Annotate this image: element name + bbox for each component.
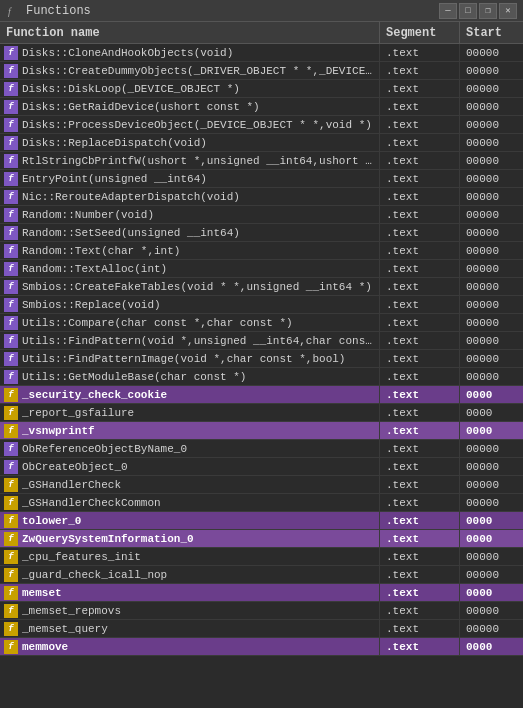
- cell-start: 00000: [460, 62, 523, 79]
- table-row[interactable]: f Disks::DiskLoop(_DEVICE_OBJECT *) .tex…: [0, 80, 523, 98]
- function-type-icon: f: [4, 262, 18, 276]
- cell-segment: .text: [380, 44, 460, 61]
- cell-function-name: f Disks::GetRaidDevice(ushort const *): [0, 98, 380, 115]
- function-name-text: ObCreateObject_0: [22, 461, 128, 473]
- table-row[interactable]: f _memset_query .text 00000: [0, 620, 523, 638]
- table-row[interactable]: f Utils::GetModuleBase(char const *) .te…: [0, 368, 523, 386]
- restore-button[interactable]: ❐: [479, 3, 497, 19]
- table-row[interactable]: f Random::SetSeed(unsigned __int64) .tex…: [0, 224, 523, 242]
- table-row[interactable]: f Smbios::Replace(void) .text 00000: [0, 296, 523, 314]
- table-row[interactable]: f memmove .text 0000: [0, 638, 523, 656]
- cell-segment: .text: [380, 602, 460, 619]
- table-row[interactable]: f Smbios::CreateFakeTables(void * *,unsi…: [0, 278, 523, 296]
- table-row[interactable]: f Disks::ReplaceDispatch(void) .text 000…: [0, 134, 523, 152]
- column-header-start[interactable]: Start: [460, 22, 523, 43]
- function-type-icon: f: [4, 100, 18, 114]
- cell-function-name: f Smbios::CreateFakeTables(void * *,unsi…: [0, 278, 380, 295]
- function-type-icon: f: [4, 226, 18, 240]
- cell-start: 00000: [460, 602, 523, 619]
- table-row[interactable]: f Utils::FindPattern(void *,unsigned __i…: [0, 332, 523, 350]
- table-row[interactable]: f _memset_repmovs .text 00000: [0, 602, 523, 620]
- window-controls: ─ □ ❐ ✕: [439, 3, 517, 19]
- function-name-text: _memset_query: [22, 623, 108, 635]
- cell-function-name: f Disks::CreateDummyObjects(_DRIVER_OBJE…: [0, 62, 380, 79]
- cell-segment: .text: [380, 116, 460, 133]
- cell-segment: .text: [380, 152, 460, 169]
- close-button[interactable]: ✕: [499, 3, 517, 19]
- table-row[interactable]: f _GSHandlerCheckCommon .text 00000: [0, 494, 523, 512]
- cell-start: 00000: [460, 242, 523, 259]
- cell-segment: .text: [380, 170, 460, 187]
- cell-segment: .text: [380, 422, 460, 439]
- function-name-text: _report_gsfailure: [22, 407, 134, 419]
- table-row[interactable]: f tolower_0 .text 0000: [0, 512, 523, 530]
- cell-function-name: f ObReferenceObjectByName_0: [0, 440, 380, 457]
- table-row[interactable]: f _report_gsfailure .text 0000: [0, 404, 523, 422]
- function-type-icon: f: [4, 640, 18, 654]
- functions-table[interactable]: f Disks::CloneAndHookObjects(void) .text…: [0, 44, 523, 708]
- table-row[interactable]: f Utils::Compare(char const *,char const…: [0, 314, 523, 332]
- cell-start: 00000: [460, 548, 523, 565]
- function-type-icon: f: [4, 46, 18, 60]
- function-type-icon: f: [4, 334, 18, 348]
- cell-start: 0000: [460, 530, 523, 547]
- table-row[interactable]: f Disks::CloneAndHookObjects(void) .text…: [0, 44, 523, 62]
- cell-start: 00000: [460, 476, 523, 493]
- cell-function-name: f _GSHandlerCheck: [0, 476, 380, 493]
- function-name-text: ObReferenceObjectByName_0: [22, 443, 187, 455]
- table-row[interactable]: f Nic::RerouteAdapterDispatch(void) .tex…: [0, 188, 523, 206]
- table-row[interactable]: f Disks::GetRaidDevice(ushort const *) .…: [0, 98, 523, 116]
- function-type-icon: f: [4, 352, 18, 366]
- function-name-text: Random::Number(void): [22, 209, 154, 221]
- table-row[interactable]: f _guard_check_icall_nop .text 00000: [0, 566, 523, 584]
- table-row[interactable]: f ObReferenceObjectByName_0 .text 00000: [0, 440, 523, 458]
- function-type-icon: f: [4, 190, 18, 204]
- cell-start: 00000: [460, 116, 523, 133]
- cell-start: 0000: [460, 584, 523, 601]
- table-row[interactable]: f _cpu_features_init .text 00000: [0, 548, 523, 566]
- maximize-button[interactable]: □: [459, 3, 477, 19]
- cell-segment: .text: [380, 404, 460, 421]
- table-row[interactable]: f RtlStringCbPrintfW(ushort *,unsigned _…: [0, 152, 523, 170]
- function-type-icon: f: [4, 460, 18, 474]
- minimize-button[interactable]: ─: [439, 3, 457, 19]
- cell-segment: .text: [380, 512, 460, 529]
- cell-function-name: f _vsnwprintf: [0, 422, 380, 439]
- cell-start: 00000: [460, 44, 523, 61]
- function-type-icon: f: [4, 208, 18, 222]
- title-bar: f Functions ─ □ ❐ ✕: [0, 0, 523, 22]
- table-row[interactable]: f ZwQuerySystemInformation_0 .text 0000: [0, 530, 523, 548]
- table-row[interactable]: f Disks::ProcessDeviceObject(_DEVICE_OBJ…: [0, 116, 523, 134]
- function-name-text: Random::TextAlloc(int): [22, 263, 167, 275]
- cell-function-name: f Disks::ProcessDeviceObject(_DEVICE_OBJ…: [0, 116, 380, 133]
- table-row[interactable]: f Utils::FindPatternImage(void *,char co…: [0, 350, 523, 368]
- table-row[interactable]: f Random::TextAlloc(int) .text 00000: [0, 260, 523, 278]
- cell-segment: .text: [380, 98, 460, 115]
- table-row[interactable]: f _security_check_cookie .text 0000: [0, 386, 523, 404]
- table-row[interactable]: f _vsnwprintf .text 0000: [0, 422, 523, 440]
- column-header-segment[interactable]: Segment: [380, 22, 460, 43]
- cell-function-name: f Random::Text(char *,int): [0, 242, 380, 259]
- table-row[interactable]: f Random::Text(char *,int) .text 00000: [0, 242, 523, 260]
- table-row[interactable]: f Disks::CreateDummyObjects(_DRIVER_OBJE…: [0, 62, 523, 80]
- function-type-icon: f: [4, 568, 18, 582]
- function-name-text: _GSHandlerCheck: [22, 479, 121, 491]
- column-header-name[interactable]: Function name: [0, 22, 380, 43]
- function-type-icon: f: [4, 622, 18, 636]
- function-type-icon: f: [4, 586, 18, 600]
- table-row[interactable]: f _GSHandlerCheck .text 00000: [0, 476, 523, 494]
- cell-function-name: f _memset_query: [0, 620, 380, 637]
- function-name-text: _memset_repmovs: [22, 605, 121, 617]
- cell-start: 00000: [460, 134, 523, 151]
- cell-start: 00000: [460, 188, 523, 205]
- table-row[interactable]: f memset .text 0000: [0, 584, 523, 602]
- cell-segment: .text: [380, 332, 460, 349]
- function-type-icon: f: [4, 280, 18, 294]
- cell-segment: .text: [380, 260, 460, 277]
- table-row[interactable]: f Random::Number(void) .text 00000: [0, 206, 523, 224]
- function-type-icon: f: [4, 496, 18, 510]
- table-row[interactable]: f ObCreateObject_0 .text 00000: [0, 458, 523, 476]
- function-type-icon: f: [4, 82, 18, 96]
- cell-start: 00000: [460, 350, 523, 367]
- table-row[interactable]: f EntryPoint(unsigned __int64) .text 000…: [0, 170, 523, 188]
